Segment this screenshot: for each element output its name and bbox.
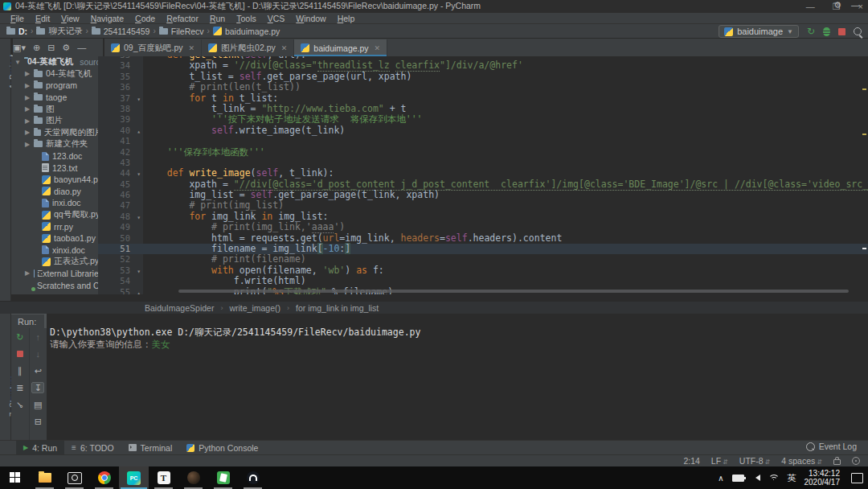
fold-arrow-icon[interactable]: ▾ (137, 169, 141, 179)
code-breadcrumb-item[interactable]: write_image() (229, 303, 280, 313)
minimize-button[interactable]: — (806, 2, 815, 11)
soft-wrap-icon[interactable]: ↩ (31, 365, 44, 376)
tree-item[interactable]: ▶图片 (11, 115, 103, 127)
code-line[interactable]: 43 (98, 158, 868, 168)
tree-collapsed-arrow-icon[interactable]: ▶ (24, 141, 31, 148)
code-line[interactable]: 50 html = requests.get(url=img_link, hea… (98, 233, 868, 244)
indent-select[interactable]: 4 spaces⇵ (781, 456, 822, 466)
run-configuration-select[interactable]: baiduimage ▼ (719, 25, 799, 38)
tree-collapsed-arrow-icon[interactable]: ▶ (24, 117, 31, 125)
stop-button[interactable] (14, 348, 27, 360)
menu-item-refactor[interactable]: Refactor (166, 14, 199, 23)
tree-item[interactable]: diao.py (11, 186, 103, 198)
code-line[interactable]: 44▾ def write_image(self, t_link): (98, 168, 868, 179)
up-stack-trace-icon[interactable]: ↑ (31, 331, 44, 343)
tree-collapsed-arrow-icon[interactable]: ▶ (24, 105, 31, 113)
code-line[interactable]: 45 xpath = "//div[@class='d_post_content… (98, 179, 868, 190)
print-icon[interactable]: ▤ (31, 399, 44, 410)
gear-icon[interactable]: ⚙ (62, 43, 70, 53)
menu-item-tools[interactable]: Tools (236, 14, 256, 23)
search-everywhere-icon[interactable] (854, 27, 862, 35)
menu-item-navigate[interactable]: Navigate (91, 14, 124, 23)
code-line[interactable]: 46 img_list = self.get_parse_page(t_link… (98, 190, 868, 200)
fold-arrow-icon[interactable]: ▴ (137, 126, 141, 137)
warning-stripe-mark[interactable] (862, 88, 866, 90)
code-breadcrumb-item[interactable]: BaiduImageSpider (145, 303, 214, 313)
gear-icon[interactable]: ⚙ (833, 0, 841, 10)
code-editor[interactable]: 33 def get_tlink(self, url):34 xpath = '… (98, 56, 868, 294)
caret-stripe-mark[interactable] (862, 248, 866, 249)
code-line[interactable]: 51 filename = img_link[-10:] (98, 244, 868, 254)
scroll-to-end-icon[interactable]: ↧ (31, 382, 44, 393)
fold-arrow-icon[interactable]: ▴ (137, 288, 141, 294)
tree-item[interactable]: Scratches and Consoles (11, 279, 103, 291)
tree-collapsed-arrow-icon[interactable]: ▶ (24, 269, 31, 277)
tree-expanded-arrow-icon[interactable]: ▼ (14, 59, 21, 66)
taskbar-app-3[interactable] (238, 466, 268, 489)
run-console[interactable]: D:\python38\python.exe D:/聊天记录/254114545… (47, 314, 868, 440)
taskbar-file-explorer[interactable] (30, 466, 59, 489)
code-line[interactable]: 40▴ self.write_image(t_link) (98, 125, 868, 136)
tree-item[interactable]: 123.txt (11, 162, 103, 174)
editor-tab[interactable]: 图片爬虫02.py✕ (202, 39, 294, 56)
code-line[interactable]: 34 xpath = '//div[@class="threadlist_lz … (98, 60, 868, 71)
clear-console-icon[interactable]: ⊟ (31, 416, 44, 427)
collapse-all-icon[interactable]: ⊟ (47, 43, 55, 53)
hide-panel-icon[interactable]: — (851, 0, 860, 10)
tree-item[interactable]: inxi.doc (11, 197, 103, 209)
menu-item-window[interactable]: Window (296, 14, 326, 23)
menu-item-file[interactable]: File (10, 14, 24, 23)
code-line[interactable]: 37▾ for t in t_list: (98, 93, 868, 104)
fold-arrow-icon[interactable]: ▾ (137, 266, 141, 277)
tree-item[interactable]: ▶天堂网爬的图片 (11, 127, 103, 139)
tree-item[interactable]: ▶program (11, 80, 103, 92)
tree-item[interactable]: ▶新建文件夹 (11, 138, 103, 150)
tree-collapsed-arrow-icon[interactable]: ▶ (24, 94, 31, 101)
horizontal-scrollbar[interactable] (178, 290, 849, 293)
tree-item[interactable]: ▼04-英雄飞机sources (11, 56, 103, 68)
line-ending-select[interactable]: LF⇵ (711, 456, 728, 466)
pin-tab-icon[interactable]: ⊸ (14, 399, 27, 410)
code-line[interactable]: 54 f.write(html) (98, 276, 868, 286)
code-line[interactable]: 39 '''按下来对帖子地址发送请求 将保存到本地''' (98, 114, 868, 125)
tree-item[interactable]: ▶04-英雄飞机 (11, 68, 103, 80)
tree-collapsed-arrow-icon[interactable]: ▶ (24, 70, 31, 77)
encoding-select[interactable]: UTF-8⇵ (739, 456, 770, 466)
rerun-button[interactable]: ↻ (14, 331, 27, 343)
project-view-selector[interactable]: ▣▾ (13, 43, 26, 53)
breadcrumb-item[interactable]: D: (6, 27, 27, 36)
breadcrumb-item[interactable]: FileRecv (159, 27, 204, 36)
battery-icon[interactable] (732, 475, 744, 482)
menu-item-run[interactable]: Run (210, 14, 225, 23)
action-center-icon[interactable] (851, 473, 863, 483)
tool-button-terminal[interactable]: Terminal (121, 441, 180, 455)
taskbar-camera-app[interactable] (59, 466, 89, 489)
code-line[interactable]: 52 # print(filename) (98, 254, 868, 265)
tree-item[interactable]: xinxi.doc (11, 244, 103, 257)
code-line[interactable]: 49 # print(img_link,'aaaa') (98, 222, 868, 232)
stop-button[interactable] (838, 28, 845, 35)
tree-item[interactable]: 123.doc (11, 150, 103, 162)
warning-stripe-mark[interactable] (862, 134, 866, 135)
tree-collapsed-arrow-icon[interactable]: ▶ (24, 129, 31, 136)
code-breadcrumb-item[interactable]: for img_link in img_list (296, 303, 379, 313)
fold-arrow-icon[interactable]: ▾ (137, 212, 141, 223)
tree-item[interactable]: 正表达式.py (11, 256, 103, 268)
code-line[interactable]: 38 t_link = "http://www.tieba.com" + t (98, 104, 868, 114)
ime-indicator[interactable]: 英 (788, 472, 796, 484)
menu-item-vcs[interactable]: VCS (268, 14, 285, 23)
code-line[interactable]: 53▾ with open(filename, 'wb') as f: (98, 265, 868, 276)
close-tab-icon[interactable]: ✕ (281, 44, 288, 52)
taskbar-app-1[interactable] (178, 466, 208, 489)
code-line[interactable]: 47 # print(img_list) (98, 200, 868, 211)
tree-item[interactable]: rrr.py (11, 220, 103, 232)
taskbar-pycharm[interactable]: PC (119, 466, 149, 489)
taskbar-clock[interactable]: 13:42:122020/4/17 (805, 469, 841, 487)
code-line[interactable]: 48▾ for img_link in img_list: (98, 212, 868, 222)
code-line[interactable]: 36 # print(len(t_list)) (98, 82, 868, 92)
hide-panel-icon[interactable]: — (77, 43, 86, 52)
restore-layout-icon[interactable]: ≣ (14, 382, 27, 393)
tree-collapsed-arrow-icon[interactable]: ▶ (24, 82, 31, 89)
menu-item-help[interactable]: Help (338, 14, 355, 23)
taskbar-chrome[interactable] (89, 466, 119, 489)
